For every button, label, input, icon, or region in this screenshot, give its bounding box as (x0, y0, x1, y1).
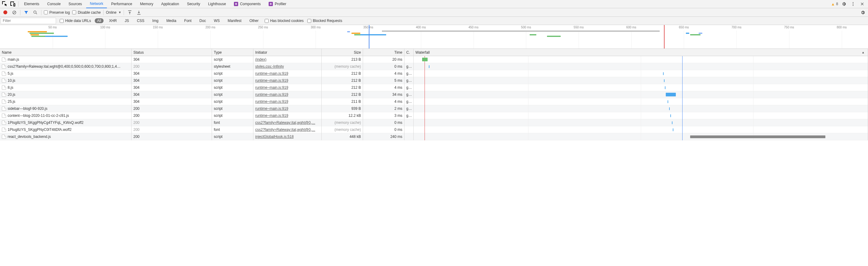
waterfall-gridline (753, 126, 753, 133)
overview-tick: 600 ms (626, 26, 636, 29)
tab-application[interactable]: Application (157, 0, 183, 8)
type-filter-img[interactable]: Img (150, 18, 161, 23)
tab-memory[interactable]: Memory (136, 0, 157, 8)
initiator-link[interactable]: css2?family=Raleway:ital,wght@0,… (255, 128, 315, 132)
type-filter-other[interactable]: Other (247, 18, 261, 23)
col-header-waterfall[interactable]: Waterfall ▲ (413, 49, 868, 56)
initiator-link[interactable]: runtime~main.js:919 (255, 100, 288, 104)
type-filter-font[interactable]: Font (182, 18, 194, 23)
type-filter-doc[interactable]: Doc (197, 18, 208, 23)
has-blocked-cookies-input[interactable] (265, 19, 269, 23)
has-blocked-cookies-checkbox[interactable]: Has blocked cookies (265, 19, 304, 23)
tab-lighthouse[interactable]: Lighthouse (204, 0, 230, 8)
col-header-name[interactable]: Name (0, 49, 131, 56)
cell-waterfall (413, 91, 868, 98)
table-row[interactable]: 1Ptsg8zYS_SKggPNyCg4TYFqL_KWxQ.woff2200f… (0, 119, 868, 126)
hide-data-urls-checkbox[interactable]: Hide data URLs (60, 19, 91, 23)
table-row[interactable]: 25.js304scriptruntime~main.js:919211 B4 … (0, 98, 868, 105)
waterfall-gridline (528, 133, 528, 140)
clear-button[interactable] (11, 9, 18, 16)
overview-gridline (105, 30, 105, 49)
initiator-link[interactable]: runtime~main.js:919 (255, 78, 288, 83)
overview-bar (360, 34, 386, 35)
tab-performance[interactable]: Performance (107, 0, 136, 8)
throttling-select[interactable]: Online ▼ (106, 10, 122, 15)
tab-elements[interactable]: Elements (21, 0, 43, 8)
cell-cookies (404, 133, 413, 140)
blocked-requests-checkbox[interactable]: Blocked Requests (307, 19, 342, 23)
preserve-log-input[interactable] (44, 10, 48, 14)
col-header-status[interactable]: Status (131, 49, 212, 56)
table-row[interactable]: 1Ptug8zYS_SKggPNyC0IT4ttDfA.woff2200font… (0, 126, 868, 133)
device-toolbar-icon[interactable] (9, 0, 17, 8)
initiator-link[interactable]: injectGlobalHook.js:518 (255, 135, 293, 139)
disable-cache-input[interactable] (72, 10, 76, 14)
col-header-type[interactable]: Type (212, 49, 253, 56)
waterfall-load-marker (682, 133, 683, 140)
settings-icon[interactable] (841, 1, 847, 7)
initiator-link[interactable]: runtime~main.js:919 (255, 71, 288, 76)
import-har-icon[interactable] (126, 9, 133, 16)
col-header-cookies[interactable]: C. (404, 49, 413, 56)
preserve-log-checkbox[interactable]: Preserve log (44, 10, 70, 15)
initiator-link[interactable]: runtime~main.js:919 (255, 92, 288, 97)
tab-sources[interactable]: Sources (65, 0, 86, 8)
waterfall-gridline (641, 112, 641, 119)
inspect-element-icon[interactable] (1, 0, 8, 8)
type-filter-css[interactable]: CSS (134, 18, 147, 23)
waterfall-load-marker (682, 56, 683, 63)
overview-bar (686, 33, 689, 34)
filter-toggle-icon[interactable] (23, 9, 30, 16)
initiator-link[interactable]: runtime~main.js:919 (255, 113, 288, 118)
table-row[interactable]: react_devtools_backend.js200scriptinject… (0, 133, 868, 140)
initiator-link[interactable]: css2?family=Raleway:ital,wght@0,… (255, 121, 315, 125)
table-row[interactable]: content---blog-2020-11-01-cc-2-c91.js200… (0, 112, 868, 119)
col-header-time[interactable]: Time (363, 49, 404, 56)
cell-name: sidebar---blogf-90-920.js (0, 105, 131, 112)
network-overview[interactable]: 50 ms100 ms150 ms200 ms250 ms300 ms350 m… (0, 25, 868, 49)
type-filter-ws[interactable]: WS (211, 18, 222, 23)
waterfall-bar (666, 93, 676, 97)
col-header-initiator[interactable]: Initiator (253, 49, 321, 56)
record-button[interactable] (2, 9, 8, 16)
waterfall-gridline (753, 119, 753, 126)
initiator-link[interactable]: styles.css:-Infinity (255, 64, 284, 69)
initiator-link[interactable]: runtime~main.js:919 (255, 106, 288, 111)
type-filter-all[interactable]: All (95, 18, 103, 23)
initiator-link[interactable]: (index) (255, 57, 267, 62)
table-row[interactable]: main.js304script(index)213 B20 ms (0, 56, 868, 63)
type-filter-media[interactable]: Media (164, 18, 179, 23)
request-name: 1Ptug8zYS_SKggPNyC0IT4ttDfA.woff2 (8, 128, 71, 132)
filter-input[interactable] (1, 18, 56, 24)
tab-profiler[interactable]: ⚛ Profiler (265, 0, 290, 8)
table-row[interactable]: 20.js304scriptruntime~main.js:919212 B34… (0, 91, 868, 98)
divider (124, 10, 124, 15)
search-icon[interactable] (32, 9, 39, 16)
network-settings-icon[interactable] (860, 9, 866, 16)
type-filter-manifest[interactable]: Manifest (225, 18, 244, 23)
table-row[interactable]: 8.js304scriptruntime~main.js:919212 B4 m… (0, 84, 868, 91)
type-filter-xhr[interactable]: XHR (106, 18, 119, 23)
table-row[interactable]: css2?family=Raleway:ital,wght@0,400;0,50… (0, 63, 868, 70)
blocked-requests-input[interactable] (307, 19, 311, 23)
waterfall-load-marker (682, 91, 683, 98)
tab-security[interactable]: Security (183, 0, 204, 8)
tab-components[interactable]: ⚛ Components (230, 0, 265, 8)
table-row[interactable]: sidebar---blogf-90-920.js200scriptruntim… (0, 105, 868, 112)
close-icon[interactable] (859, 1, 866, 7)
export-har-icon[interactable] (135, 9, 142, 16)
hide-data-urls-input[interactable] (60, 19, 64, 23)
tab-network[interactable]: Network (86, 0, 107, 8)
hide-data-urls-label: Hide data URLs (65, 19, 91, 23)
type-filter-js[interactable]: JS (122, 18, 131, 23)
table-row[interactable]: 10.js304scriptruntime~main.js:919212 B5 … (0, 77, 868, 84)
warnings-badge[interactable]: ▲ 8 (831, 2, 838, 6)
sort-ascending-icon: ▲ (862, 51, 865, 54)
cell-cookies: g… (404, 112, 413, 119)
table-row[interactable]: 5.js304scriptruntime~main.js:919212 B4 m… (0, 70, 868, 77)
kebab-menu-icon[interactable] (850, 1, 857, 7)
col-header-size[interactable]: Size (321, 49, 363, 56)
initiator-link[interactable]: runtime~main.js:919 (255, 85, 288, 90)
tab-console[interactable]: Console (43, 0, 64, 8)
disable-cache-checkbox[interactable]: Disable cache (72, 10, 100, 15)
